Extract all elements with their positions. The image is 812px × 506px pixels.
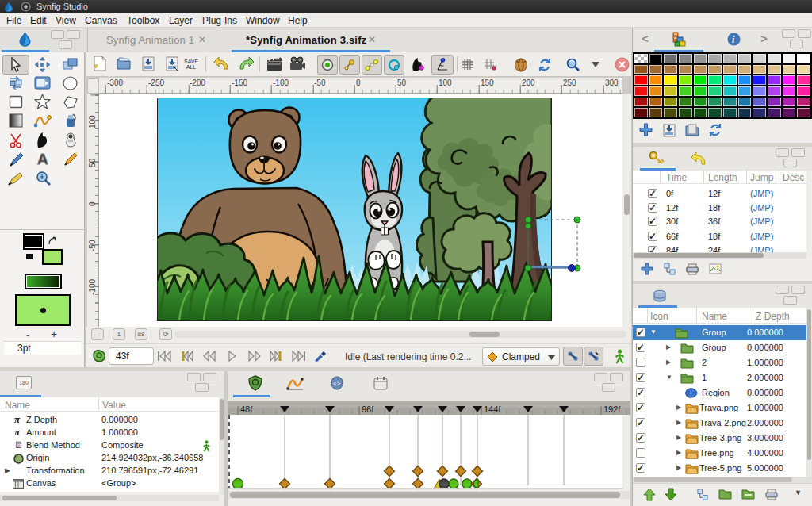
svg-text:192f: 192f — [603, 404, 621, 414]
svg-text:96f: 96f — [362, 404, 374, 414]
svg-text:<>: <> — [333, 380, 341, 387]
svg-text:48f: 48f — [240, 404, 253, 414]
svg-text:144f: 144f — [484, 404, 501, 414]
svg-text:A: A — [37, 151, 48, 167]
